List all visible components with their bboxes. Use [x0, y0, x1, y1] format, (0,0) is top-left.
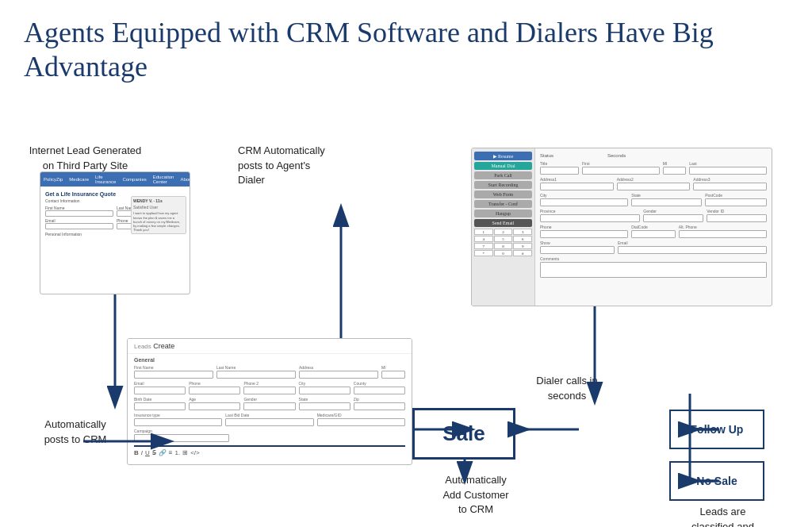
field-addr3-wrap: Address3	[693, 177, 767, 190]
lbl-addr1: Address1	[540, 177, 614, 182]
label-auto-add-customer: AutomaticallyAdd Customerto CRM	[412, 473, 539, 517]
fld-state	[631, 198, 702, 206]
toolbar-olist: 1.	[174, 449, 180, 456]
lead-row-1: First Name Last Name Address MI	[134, 365, 405, 379]
key-8: 8	[494, 243, 513, 249]
lbl-lead-phone2: Phone 2	[243, 381, 295, 386]
field-state-wrap: State	[631, 193, 702, 206]
lbl-gender: Gender	[643, 209, 703, 213]
lbl-lead-phone: Phone	[189, 381, 240, 386]
lead-field-lastname: Last Name	[216, 365, 296, 379]
fld-lead-lastbiddate	[225, 418, 313, 426]
field-province-wrap: Province	[540, 209, 640, 222]
lbl-lead-last: Last Name	[216, 365, 296, 370]
crm-seconds-label: Seconds	[607, 153, 626, 158]
lbl-mi: MI	[663, 161, 686, 166]
label-leads-classified: Leads areclassified andmoved in orout of…	[665, 505, 780, 527]
field-first-wrap: First	[582, 161, 660, 175]
nav-life: Life Insurance	[95, 175, 116, 184]
label-auto-posts-crm: Automaticallyposts to CRM	[24, 417, 127, 446]
toolbar-u: U	[145, 449, 150, 456]
key-2: 2	[494, 229, 513, 235]
comments-wrap: Comments	[540, 256, 767, 278]
lbl-vendor: Vendor ID	[707, 209, 767, 213]
fld-lead-gender	[243, 402, 295, 410]
lbl-dialcode: DialCode	[631, 225, 676, 229]
label-crm-auto: CRM Automaticallyposts to Agent'sDialer	[238, 144, 396, 187]
lbl-addr3: Address3	[693, 177, 767, 182]
fld-lead-last	[216, 371, 296, 379]
lbl-province: Province	[540, 209, 640, 213]
lead-row-campaign: Campaign	[134, 429, 405, 442]
input-email	[45, 223, 113, 229]
toolbar-strike: S̶	[152, 449, 156, 456]
lead-field-phone: Phone	[189, 381, 240, 394]
toolbar-i: I	[141, 449, 143, 456]
key-0: 0	[494, 250, 513, 256]
lbl-lead-age: Age	[189, 397, 240, 402]
fld-phone	[540, 230, 628, 238]
diagram-area: Internet Lead Generatedon Third Party Si…	[24, 100, 788, 527]
fld-vendor	[707, 214, 767, 222]
lbl-lead-instype: Insurance type	[134, 413, 222, 417]
lbl-lead-lastbiddate: Last Bid Date	[225, 413, 313, 417]
lbl-lead-email: Email	[134, 381, 186, 386]
fld-addr1	[540, 183, 614, 190]
key-3: 3	[513, 229, 532, 235]
key-5: 5	[494, 236, 513, 242]
fld-first	[582, 167, 660, 175]
policyzip-mockup: PolicyZip Medicare Life Insurance Compan…	[40, 171, 190, 294]
lbl-title: Title	[540, 161, 579, 166]
fld-lead-email	[134, 387, 186, 394]
fld-lead-phone	[189, 387, 240, 394]
btn-transfer: Transfer - Conf	[474, 200, 532, 208]
lbl-lead-city: City	[299, 381, 350, 386]
field-vendor-wrap: Vendor ID	[707, 209, 767, 222]
crm-left-panel: ▶ Resume Manual Dial Park Call Start Rec…	[472, 148, 535, 306]
lead-row-3: Birth Date Age Gender State	[134, 397, 405, 410]
fld-email	[618, 246, 767, 254]
lbl-addr2: Address2	[617, 177, 691, 182]
lbl-show: Show	[540, 240, 615, 245]
nav-medicare: Medicare	[69, 177, 89, 182]
lead-field-email: Email	[134, 381, 186, 394]
field-mi-wrap: MI	[663, 161, 686, 175]
lead-field-campaign: Campaign	[134, 429, 405, 442]
key-star: *	[474, 250, 493, 256]
lbl-lead-mi: MI	[381, 365, 405, 370]
chat-area: WENDY V. · 11s Satisfied User I want to …	[131, 196, 186, 234]
field-addr2-wrap: Address2	[617, 177, 691, 190]
lbl-phone: Phone	[540, 225, 628, 229]
field-city-wrap: City	[540, 193, 628, 206]
city-row: City State PostCode	[540, 193, 767, 206]
lbl-city: City	[540, 193, 628, 198]
lbl-state: State	[631, 193, 702, 198]
lbl-email: Email	[618, 240, 767, 245]
lead-field-gender: Gender	[243, 397, 295, 410]
field-addr1-wrap: Address1	[540, 177, 614, 190]
lead-field-birthdate: Birth Date	[134, 397, 186, 410]
nav-bar: PolicyZip Medicare Life Insurance Compan…	[40, 172, 190, 187]
lead-create-mockup: Leads Create General First Name Last Nam…	[127, 338, 412, 465]
province-row: Province Gender Vendor ID	[540, 209, 767, 222]
lbl-last: Last	[689, 161, 767, 166]
fld-lead-phone2	[243, 387, 295, 394]
nav-logo: PolicyZip	[44, 177, 63, 182]
sale-label: Sale	[442, 421, 485, 446]
key-1: 1	[474, 229, 493, 235]
no-sale-box: No Sale	[669, 461, 764, 501]
label-dialer-calls: Dialer calls inseconds	[515, 374, 619, 402]
lbl-first: First	[582, 161, 660, 166]
lead-field-county: County	[354, 381, 405, 394]
field-postcode-wrap: PostCode	[705, 193, 767, 206]
field-dialcode-wrap: DialCode	[631, 225, 676, 238]
lbl-lead-state: State	[299, 397, 350, 402]
field-title-wrap: Title	[540, 161, 579, 175]
key-4: 4	[474, 236, 493, 242]
lead-content: General First Name Last Name Address	[128, 354, 412, 460]
general-section: General	[134, 357, 405, 363]
nav-about: About	[180, 177, 190, 182]
title-row: Title First MI Last	[540, 161, 767, 175]
field-email-wrap: Email	[618, 240, 767, 254]
fld-lead-instype	[134, 418, 222, 426]
